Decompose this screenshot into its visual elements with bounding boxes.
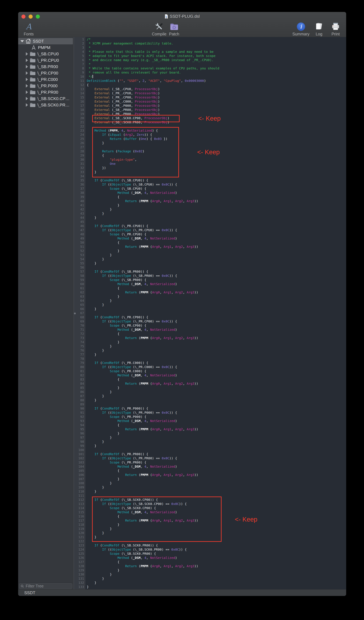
code-line[interactable]: Method (_DSM, 4, NotSerialized) [87, 556, 346, 560]
code-line[interactable]: Scope (\_SB.SCK0.CP00) { [87, 506, 346, 510]
code-text-area[interactable]: /* * XCPM power management compatibility… [86, 37, 346, 589]
code-line[interactable]: */ [87, 75, 346, 79]
code-line[interactable]: } [87, 577, 346, 581]
code-line[interactable]: Return (PMPM (Arg0, Arg1, Arg2, Arg3)) [87, 427, 346, 431]
code-line[interactable]: Scope (\_PR.P000) { [87, 415, 346, 419]
code-line[interactable]: } [87, 212, 346, 216]
code-line[interactable]: Method (_DSM, 4, NotSerialized) [87, 465, 346, 469]
code-editor[interactable]: 1234567891011121314151617181920212223242… [74, 37, 346, 589]
code-line[interactable]: "plugin-type", [87, 158, 346, 162]
code-line[interactable]: Method (_DSM, 4, NotSerialized) [87, 419, 346, 423]
disclosure-triangle-collapsed[interactable] [26, 84, 28, 88]
code-line[interactable]: { [87, 241, 346, 245]
code-line[interactable]: External (_PR_.CPU0, ProcessorObj) [87, 91, 346, 95]
code-line[interactable]: If (CondRefOf (\_PR.PR00)) { [87, 452, 346, 456]
code-line[interactable] [87, 402, 346, 406]
code-line[interactable]: * Please note that this table is only a … [87, 50, 346, 54]
code-line[interactable]: * remove all the ones irrelevant for you… [87, 71, 346, 75]
code-line[interactable] [87, 145, 346, 149]
code-line[interactable]: If (CondRefOf (\_SB.SCK0.CP00)) { [87, 498, 346, 502]
code-line[interactable]: External (_SB_.SCK0.PR00, ProcessorObj) [87, 120, 346, 124]
code-line[interactable] [87, 265, 346, 270]
code-line[interactable]: If (CondRefOf (\_SB.PR00)) { [87, 270, 346, 274]
code-line[interactable]: } [87, 527, 346, 531]
code-line[interactable] [87, 494, 346, 498]
filter-field[interactable] [19, 583, 72, 589]
code-line[interactable]: If ((ObjectType (\_PR.PR00) == 0x0C)) { [87, 456, 346, 461]
code-line[interactable]: If ((ObjectType (\_SB.PR00) == 0x0C)) { [87, 274, 346, 278]
code-line[interactable]: { [87, 154, 346, 158]
code-line[interactable]: } [87, 307, 346, 311]
disclosure-triangle-collapsed[interactable] [26, 65, 28, 68]
code-line[interactable]: External (_PR_.P000, ProcessorObj) [87, 104, 346, 108]
tree-row-sb-sck0-cp[interactable]: \_SB.SCK0.CP… [18, 95, 73, 102]
code-line[interactable]: If (CondRefOf (\_PR.CP00)) { [87, 315, 346, 319]
code-line[interactable]: External (_PR_.CP00, ProcessorObj) [87, 95, 346, 100]
code-line[interactable] [87, 174, 346, 178]
disclosure-triangle-collapsed[interactable] [26, 103, 28, 107]
code-line[interactable]: } [87, 299, 346, 303]
code-line[interactable]: If (CondRefOf (\_PR.CPU0)) { [87, 224, 346, 228]
code-line[interactable]: Return (Package (0x02) [87, 149, 346, 154]
code-line[interactable]: } [87, 203, 346, 207]
code-line[interactable]: { [87, 469, 346, 473]
code-line[interactable]: Return (PMPM (Arg0, Arg1, Arg2, Arg3)) [87, 564, 346, 568]
code-line[interactable]: If ((ObjectType (\_PR.CP00) == 0x0C)) { [87, 319, 346, 324]
code-line[interactable]: Method (_DSM, 4, NotSerialized) [87, 191, 346, 195]
code-line[interactable]: { [87, 332, 346, 336]
sidebar-splitter[interactable] [73, 37, 74, 589]
code-line[interactable]: DefinitionBlock ("", "SSDT", 2, "ACDT", … [87, 79, 346, 83]
code-line[interactable]: * [87, 62, 346, 66]
code-line[interactable]: * XCPM power management compatibility ta… [87, 42, 346, 46]
tree-row-sb-cpu0[interactable]: \_SB.CPU0 [18, 51, 73, 57]
code-line[interactable]: } [87, 444, 346, 448]
code-line[interactable]: Return (PMPM (Arg0, Arg1, Arg2, Arg3)) [87, 245, 346, 249]
code-line[interactable]: Return (PMPM (Arg0, Arg1, Arg2, Arg3)) [87, 199, 346, 203]
code-line[interactable]: } [87, 535, 346, 539]
code-line[interactable]: If ((ObjectType (\_SB.SCK0.CP00) == 0x0C… [87, 502, 346, 506]
code-line[interactable]: } [87, 581, 346, 585]
code-line[interactable]: If (CondRefOf (\_PR.C000)) { [87, 361, 346, 365]
log-button[interactable]: Log [312, 21, 326, 36]
code-line[interactable]: } [87, 253, 346, 257]
code-line[interactable]: If (CondRefOf (\_SB.SCK0.PR00)) { [87, 543, 346, 548]
code-line[interactable] [87, 448, 346, 452]
code-line[interactable]: Return (PMPM (Arg0, Arg1, Arg2, Arg3)) [87, 336, 346, 340]
code-line[interactable]: Method (_DSM, 4, NotSerialized) [87, 328, 346, 332]
code-line[interactable]: If (LEqual (Arg2, Zero)) { [87, 133, 346, 137]
code-line[interactable]: External (_PR_.C000, ProcessorObj) [87, 100, 346, 104]
code-line[interactable]: } [87, 390, 346, 394]
code-line[interactable]: } [87, 344, 346, 348]
code-line[interactable]: } [87, 170, 346, 174]
code-line[interactable] [87, 539, 346, 543]
titlebar[interactable]: SSDT-PLUG.dsl [18, 12, 346, 21]
code-line[interactable]: If ((ObjectType (\_PR.P000) == 0x0C)) { [87, 411, 346, 415]
code-line[interactable]: } [87, 249, 346, 253]
code-line[interactable]: External (_SB_.CPU0, ProcessorObj) [87, 87, 346, 91]
code-line[interactable]: If ((ObjectType (\_SB.SCK0.PR00) == 0x0C… [87, 548, 346, 552]
tree-row-pr-cpu0[interactable]: \_PR.CPU0 [18, 57, 73, 63]
code-line[interactable]: Scope (\_SB.SCK0.PR00) { [87, 552, 346, 556]
code-line[interactable]: If ((ObjectType (\_PR.CPU0) == 0x0C)) { [87, 228, 346, 232]
disclosure-triangle-collapsed[interactable] [26, 71, 28, 75]
code-line[interactable]: } [87, 490, 346, 494]
code-line[interactable]: } [87, 568, 346, 573]
code-line[interactable]: * adapted to fit your board's ACPI stack… [87, 54, 346, 58]
code-line[interactable]: Scope (\_PR.CPU0) { [87, 232, 346, 236]
code-line[interactable]: One [87, 162, 346, 166]
code-line[interactable]: } [87, 435, 346, 440]
disclosure-triangle-expanded[interactable] [20, 40, 24, 42]
code-line[interactable]: } [87, 216, 346, 220]
patch-button[interactable]: Patch [167, 21, 181, 36]
code-line[interactable]: External (_PR_.PR00, ProcessorObj) [87, 112, 346, 116]
code-line[interactable]: Scope (\_PR.C000) { [87, 369, 346, 373]
fonts-button[interactable]: A Fonts [22, 21, 36, 36]
code-line[interactable]: } [87, 394, 346, 398]
code-line[interactable]: } [87, 585, 346, 589]
code-line[interactable]: } [87, 523, 346, 527]
disclosure-triangle-collapsed[interactable] [26, 91, 28, 94]
code-line[interactable]: Scope (\_SB.CPU0) { [87, 187, 346, 191]
code-line[interactable]: { [87, 514, 346, 519]
code-line[interactable]: } [87, 303, 346, 307]
code-line[interactable]: } [87, 431, 346, 435]
